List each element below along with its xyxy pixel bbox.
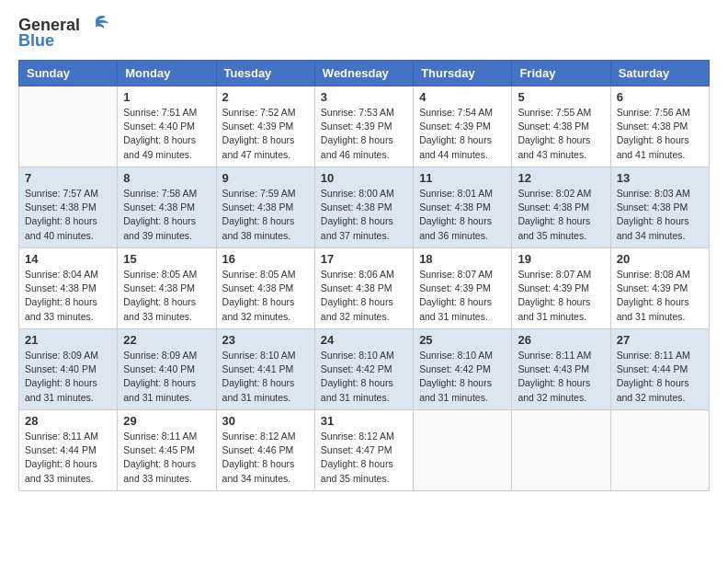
days-of-week-row: SundayMondayTuesdayWednesdayThursdayFrid… [19, 61, 710, 86]
day-of-week-header: Wednesday [314, 61, 413, 86]
day-info: Sunrise: 8:05 AMSunset: 4:38 PMDaylight:… [222, 268, 309, 324]
calendar-day-cell: 1Sunrise: 7:51 AMSunset: 4:40 PMDaylight… [118, 86, 216, 167]
calendar-day-cell: 25Sunrise: 8:10 AMSunset: 4:42 PMDayligh… [414, 329, 512, 410]
day-info: Sunrise: 8:12 AMSunset: 4:47 PMDaylight:… [321, 430, 407, 486]
calendar-day-cell: 4Sunrise: 7:54 AMSunset: 4:39 PMDaylight… [414, 86, 512, 167]
day-info: Sunrise: 7:58 AMSunset: 4:38 PMDaylight:… [123, 187, 210, 243]
day-info: Sunrise: 8:09 AMSunset: 4:40 PMDaylight:… [25, 349, 111, 405]
day-info: Sunrise: 7:51 AMSunset: 4:40 PMDaylight:… [123, 106, 210, 162]
calendar-table: SundayMondayTuesdayWednesdayThursdayFrid… [18, 60, 710, 491]
day-info: Sunrise: 8:11 AMSunset: 4:45 PMDaylight:… [123, 430, 210, 486]
calendar-week-row: 21Sunrise: 8:09 AMSunset: 4:40 PMDayligh… [19, 329, 710, 410]
day-info: Sunrise: 8:00 AMSunset: 4:38 PMDaylight:… [321, 187, 407, 243]
day-number: 30 [222, 414, 309, 428]
day-number: 1 [123, 90, 210, 104]
day-number: 4 [419, 90, 506, 104]
day-info: Sunrise: 7:57 AMSunset: 4:38 PMDaylight:… [25, 187, 111, 243]
calendar-day-cell: 29Sunrise: 8:11 AMSunset: 4:45 PMDayligh… [118, 410, 216, 491]
day-number: 18 [419, 252, 506, 266]
day-number: 25 [419, 333, 506, 347]
day-info: Sunrise: 7:55 AMSunset: 4:38 PMDaylight:… [518, 106, 604, 162]
day-number: 23 [222, 333, 309, 347]
calendar-day-cell: 14Sunrise: 8:04 AMSunset: 4:38 PMDayligh… [19, 248, 118, 329]
calendar-day-cell: 2Sunrise: 7:52 AMSunset: 4:39 PMDaylight… [216, 86, 314, 167]
day-info: Sunrise: 7:54 AMSunset: 4:39 PMDaylight:… [419, 106, 506, 162]
logo-blue-text: Blue [18, 31, 54, 51]
calendar-day-cell: 30Sunrise: 8:12 AMSunset: 4:46 PMDayligh… [216, 410, 314, 491]
day-number: 19 [518, 252, 604, 266]
calendar-week-row: 7Sunrise: 7:57 AMSunset: 4:38 PMDaylight… [19, 167, 710, 248]
day-number: 27 [617, 333, 703, 347]
calendar-day-cell: 22Sunrise: 8:09 AMSunset: 4:40 PMDayligh… [118, 329, 216, 410]
calendar-day-cell: 31Sunrise: 8:12 AMSunset: 4:47 PMDayligh… [314, 410, 413, 491]
day-info: Sunrise: 8:12 AMSunset: 4:46 PMDaylight:… [222, 430, 309, 486]
day-info: Sunrise: 8:03 AMSunset: 4:38 PMDaylight:… [617, 187, 703, 243]
day-number: 6 [617, 90, 703, 104]
day-info: Sunrise: 8:07 AMSunset: 4:39 PMDaylight:… [419, 268, 506, 324]
day-number: 13 [617, 171, 703, 185]
day-info: Sunrise: 8:04 AMSunset: 4:38 PMDaylight:… [25, 268, 111, 324]
day-number: 17 [321, 252, 407, 266]
calendar-day-cell: 11Sunrise: 8:01 AMSunset: 4:38 PMDayligh… [414, 167, 512, 248]
calendar-day-cell: 6Sunrise: 7:56 AMSunset: 4:38 PMDaylight… [610, 86, 709, 167]
calendar-day-cell: 10Sunrise: 8:00 AMSunset: 4:38 PMDayligh… [314, 167, 413, 248]
day-info: Sunrise: 8:09 AMSunset: 4:40 PMDaylight:… [123, 349, 210, 405]
day-number: 8 [123, 171, 210, 185]
day-number: 3 [321, 90, 407, 104]
day-number: 24 [321, 333, 407, 347]
day-number: 22 [123, 333, 210, 347]
logo-bird-icon [84, 15, 109, 35]
day-number: 14 [25, 252, 111, 266]
day-info: Sunrise: 8:01 AMSunset: 4:38 PMDaylight:… [419, 187, 506, 243]
day-info: Sunrise: 8:08 AMSunset: 4:39 PMDaylight:… [617, 268, 703, 324]
calendar-day-cell [512, 410, 610, 491]
day-number: 7 [25, 171, 111, 185]
day-number: 10 [321, 171, 407, 185]
calendar-day-cell: 5Sunrise: 7:55 AMSunset: 4:38 PMDaylight… [512, 86, 610, 167]
day-number: 5 [518, 90, 604, 104]
day-info: Sunrise: 7:59 AMSunset: 4:38 PMDaylight:… [222, 187, 309, 243]
calendar-day-cell: 13Sunrise: 8:03 AMSunset: 4:38 PMDayligh… [610, 167, 709, 248]
day-info: Sunrise: 7:53 AMSunset: 4:39 PMDaylight:… [321, 106, 407, 162]
calendar-day-cell: 19Sunrise: 8:07 AMSunset: 4:39 PMDayligh… [512, 248, 610, 329]
day-info: Sunrise: 8:07 AMSunset: 4:39 PMDaylight:… [518, 268, 604, 324]
day-number: 29 [123, 414, 210, 428]
day-of-week-header: Saturday [610, 61, 709, 86]
calendar-day-cell: 27Sunrise: 8:11 AMSunset: 4:44 PMDayligh… [610, 329, 709, 410]
day-info: Sunrise: 8:11 AMSunset: 4:44 PMDaylight:… [617, 349, 703, 405]
day-number: 9 [222, 171, 309, 185]
day-number: 11 [419, 171, 506, 185]
calendar-day-cell: 12Sunrise: 8:02 AMSunset: 4:38 PMDayligh… [512, 167, 610, 248]
day-info: Sunrise: 7:52 AMSunset: 4:39 PMDaylight:… [222, 106, 309, 162]
calendar-day-cell: 20Sunrise: 8:08 AMSunset: 4:39 PMDayligh… [610, 248, 709, 329]
day-info: Sunrise: 8:06 AMSunset: 4:38 PMDaylight:… [321, 268, 407, 324]
day-of-week-header: Tuesday [216, 61, 314, 86]
day-of-week-header: Friday [512, 61, 610, 86]
calendar-day-cell: 26Sunrise: 8:11 AMSunset: 4:43 PMDayligh… [512, 329, 610, 410]
day-info: Sunrise: 8:11 AMSunset: 4:43 PMDaylight:… [518, 349, 604, 405]
page-header: General Blue [18, 15, 710, 51]
logo: General Blue [18, 15, 109, 51]
day-info: Sunrise: 7:56 AMSunset: 4:38 PMDaylight:… [617, 106, 703, 162]
calendar-day-cell [414, 410, 512, 491]
day-info: Sunrise: 8:10 AMSunset: 4:41 PMDaylight:… [222, 349, 309, 405]
calendar-day-cell: 9Sunrise: 7:59 AMSunset: 4:38 PMDaylight… [216, 167, 314, 248]
calendar-day-cell: 16Sunrise: 8:05 AMSunset: 4:38 PMDayligh… [216, 248, 314, 329]
day-info: Sunrise: 8:02 AMSunset: 4:38 PMDaylight:… [518, 187, 604, 243]
calendar-day-cell: 17Sunrise: 8:06 AMSunset: 4:38 PMDayligh… [314, 248, 413, 329]
calendar-day-cell: 24Sunrise: 8:10 AMSunset: 4:42 PMDayligh… [314, 329, 413, 410]
day-number: 12 [518, 171, 604, 185]
day-info: Sunrise: 8:10 AMSunset: 4:42 PMDaylight:… [419, 349, 506, 405]
calendar-day-cell: 23Sunrise: 8:10 AMSunset: 4:41 PMDayligh… [216, 329, 314, 410]
day-number: 16 [222, 252, 309, 266]
calendar-day-cell: 21Sunrise: 8:09 AMSunset: 4:40 PMDayligh… [19, 329, 118, 410]
day-info: Sunrise: 8:05 AMSunset: 4:38 PMDaylight:… [123, 268, 210, 324]
calendar-week-row: 28Sunrise: 8:11 AMSunset: 4:44 PMDayligh… [19, 410, 710, 491]
calendar-week-row: 1Sunrise: 7:51 AMSunset: 4:40 PMDaylight… [19, 86, 710, 167]
calendar-day-cell: 3Sunrise: 7:53 AMSunset: 4:39 PMDaylight… [314, 86, 413, 167]
day-number: 28 [25, 414, 111, 428]
day-info: Sunrise: 8:11 AMSunset: 4:44 PMDaylight:… [25, 430, 111, 486]
day-of-week-header: Thursday [414, 61, 512, 86]
calendar-day-cell: 7Sunrise: 7:57 AMSunset: 4:38 PMDaylight… [19, 167, 118, 248]
calendar-day-cell: 15Sunrise: 8:05 AMSunset: 4:38 PMDayligh… [118, 248, 216, 329]
